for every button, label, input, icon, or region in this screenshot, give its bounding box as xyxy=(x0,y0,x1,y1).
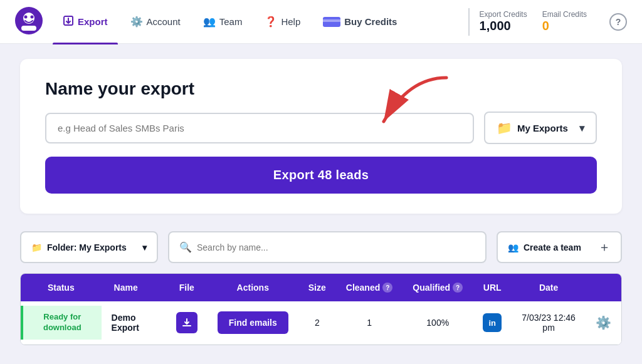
download-button[interactable] xyxy=(176,312,197,333)
size-cell: 2 xyxy=(298,301,336,345)
th-actions: Actions xyxy=(208,274,298,301)
export-button-label: Export 48 leads xyxy=(273,168,369,182)
date-cell: 7/03/23 12:46 pm xyxy=(512,301,586,345)
nav-item-export[interactable]: Export xyxy=(53,10,118,34)
exports-table-wrapper: Status Name File Actions Size Cleaned ? … xyxy=(20,273,622,345)
nav-label-team: Team xyxy=(219,16,243,27)
main-nav: Export ⚙️ Account 👥 Team ❓ Help Buy Cred… xyxy=(53,10,458,34)
logo[interactable] xyxy=(15,7,53,37)
row-settings-icon[interactable]: ⚙️ xyxy=(596,316,611,330)
export-name-row: 📁 My Exports ▾ xyxy=(45,112,597,144)
qualified-cell: 100% xyxy=(403,301,473,345)
export-title: Name your export xyxy=(45,79,597,99)
name-cell: Demo Export xyxy=(102,301,166,345)
nav-label-account: Account xyxy=(147,16,181,27)
credits-help-icon[interactable]: ? xyxy=(609,13,627,31)
email-credits-block: Email Credits 0 xyxy=(542,10,587,33)
search-bar: 🔍 xyxy=(168,231,487,263)
folder-filter[interactable]: 📁 Folder: My Exports ▾ xyxy=(20,231,158,263)
nav-label-help: Help xyxy=(281,16,300,27)
email-credits-label: Email Credits xyxy=(542,10,587,19)
account-icon: ⚙️ xyxy=(130,16,143,28)
table-row: Ready for download Demo Export Find emai… xyxy=(21,301,621,345)
email-credits-value: 0 xyxy=(542,19,587,33)
th-file: File xyxy=(166,274,208,301)
table-header-row: Status Name File Actions Size Cleaned ? … xyxy=(21,274,621,301)
folder-filter-chevron: ▾ xyxy=(142,242,147,252)
header: Export ⚙️ Account 👥 Team ❓ Help Buy Cred… xyxy=(0,0,642,44)
export-name-input[interactable] xyxy=(45,113,474,143)
nav-label-export: Export xyxy=(78,16,108,27)
chevron-down-icon: ▾ xyxy=(579,122,584,134)
search-input[interactable] xyxy=(197,242,475,252)
th-size: Size xyxy=(298,274,336,301)
folder-filter-icon: 📁 xyxy=(31,242,42,252)
url-cell: in xyxy=(473,301,512,345)
exports-table: Status Name File Actions Size Cleaned ? … xyxy=(21,274,621,345)
buy-credits-label: Buy Credits xyxy=(344,16,397,27)
cleaned-help-icon[interactable]: ? xyxy=(382,283,392,293)
nav-item-team[interactable]: 👥 Team xyxy=(193,11,253,33)
file-cell xyxy=(166,301,208,345)
export-credits-value: 1,000 xyxy=(480,19,527,33)
svg-rect-4 xyxy=(21,26,36,31)
create-team-label: Create a team xyxy=(524,242,581,252)
help-icon-nav: ❓ xyxy=(265,16,277,28)
search-icon: 🔍 xyxy=(179,241,192,253)
export-credits-label: Export Credits xyxy=(480,10,527,19)
folder-select[interactable]: 📁 My Exports ▾ xyxy=(484,112,597,144)
folder-icon: 📁 xyxy=(497,120,512,135)
th-date: Date xyxy=(512,274,586,301)
svg-point-3 xyxy=(31,15,34,18)
folder-select-label: My Exports xyxy=(517,123,568,133)
export-icon xyxy=(63,15,74,29)
actions-cell: Find emails xyxy=(208,301,298,345)
cleaned-cell: 1 xyxy=(336,301,403,345)
status-badge: Ready for download xyxy=(21,306,102,340)
qualified-help-icon[interactable]: ? xyxy=(453,283,463,293)
settings-cell: ⚙️ xyxy=(586,301,621,345)
folder-filter-label: Folder: My Exports xyxy=(47,242,127,252)
main-content: Name your export 📁 My Exports ▾ xyxy=(0,44,642,360)
th-qualified: Qualified ? xyxy=(403,274,473,301)
team-icon: 👥 xyxy=(203,16,216,28)
export-card: Name your export 📁 My Exports ▾ xyxy=(20,59,622,214)
svg-point-2 xyxy=(24,15,28,18)
th-cleaned: Cleaned ? xyxy=(336,274,403,301)
create-team-icon: 👥 xyxy=(508,242,518,252)
credits-section: Export Credits 1,000 Email Credits 0 ? xyxy=(480,10,627,33)
status-cell: Ready for download xyxy=(21,301,102,345)
export-button[interactable]: Export 48 leads xyxy=(45,157,597,194)
buy-credits-button[interactable]: Buy Credits xyxy=(313,11,407,32)
linkedin-icon[interactable]: in xyxy=(483,313,502,332)
th-name: Name xyxy=(102,274,166,301)
header-divider xyxy=(468,8,470,36)
th-url: URL xyxy=(473,274,512,301)
svg-rect-7 xyxy=(323,19,340,22)
nav-item-help[interactable]: ❓ Help xyxy=(255,11,310,33)
export-credits-block: Export Credits 1,000 xyxy=(480,10,527,33)
th-status: Status xyxy=(21,274,102,301)
toolbar: 📁 Folder: My Exports ▾ 🔍 👥 Create a team… xyxy=(20,231,622,263)
th-settings xyxy=(586,274,621,301)
nav-item-account[interactable]: ⚙️ Account xyxy=(120,11,191,33)
find-emails-button[interactable]: Find emails xyxy=(218,311,288,334)
plus-icon: ＋ xyxy=(598,239,611,256)
create-team-button[interactable]: 👥 Create a team ＋ xyxy=(497,231,622,263)
